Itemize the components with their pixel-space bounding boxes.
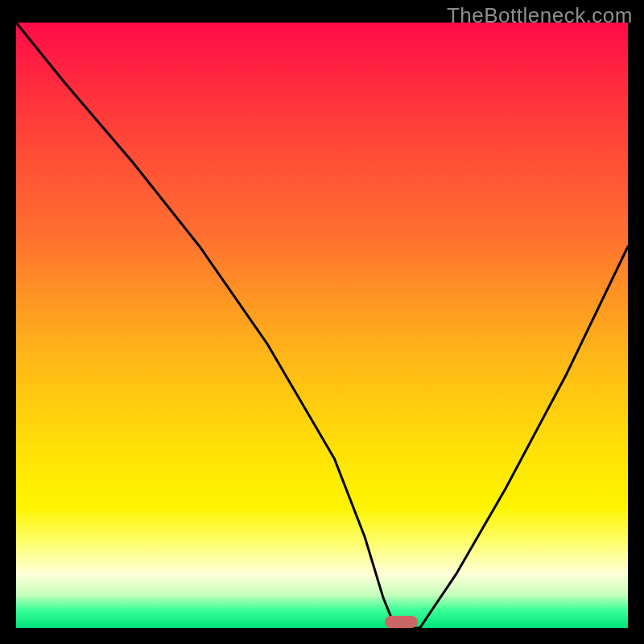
optimal-marker [385,616,418,628]
gradient-background [16,23,628,628]
chart-frame: TheBottleneck.com [0,0,644,644]
bottleneck-plot [16,23,628,628]
